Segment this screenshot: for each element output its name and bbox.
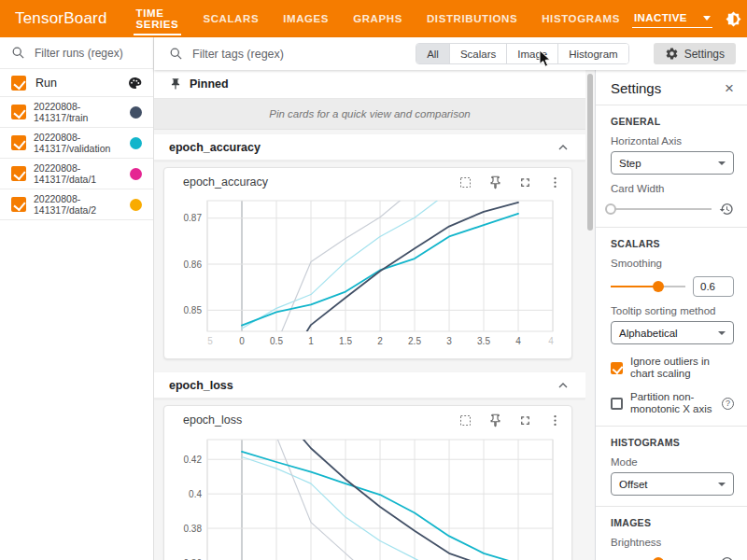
epoch-loss-chart[interactable]: 0.360.380.40.4200.511.522.533.54 <box>170 434 566 560</box>
filter-button-histogram[interactable]: Histogram <box>557 44 627 63</box>
run-row[interactable]: 20220808-141317/train <box>0 97 153 128</box>
app-header: TensorBoard TIME SERIESSCALARSIMAGESGRAP… <box>0 0 747 37</box>
card-width-slider[interactable] <box>611 203 712 216</box>
help-icon: ? <box>722 398 734 410</box>
theme-toggle-button[interactable] <box>726 10 742 27</box>
tab-images[interactable]: IMAGES <box>271 0 341 37</box>
filter-button-all[interactable]: All <box>416 44 449 63</box>
run-color-dot[interactable] <box>130 199 142 211</box>
scrollbar-thumb[interactable] <box>587 74 593 231</box>
run-filter[interactable]: Filter runs (regex) <box>0 37 153 69</box>
run-row[interactable]: 20220808-141317/validation <box>0 128 153 159</box>
pinned-label: Pinned <box>190 77 229 91</box>
section-heading: HISTOGRAMS <box>611 437 734 448</box>
smoothing-value-input[interactable]: 0.6 <box>693 276 734 297</box>
section-header-epoch-loss[interactable]: epoch_loss <box>154 372 585 399</box>
restore-icon <box>719 555 734 560</box>
tab-time-series[interactable]: TIME SERIES <box>124 0 191 37</box>
brightness-label: Brightness <box>611 537 734 548</box>
main-scrollbar[interactable] <box>585 70 595 560</box>
run-label: 20220808-141317/data/2 <box>34 193 96 216</box>
pinned-section-header: Pinned <box>154 70 585 99</box>
partition-x-axis-checkbox[interactable] <box>611 398 623 410</box>
horizontal-axis-label: Horizontal Axis <box>611 135 734 147</box>
tensorboard-app: TensorBoard TIME SERIESSCALARSIMAGESGRAP… <box>0 0 747 560</box>
histogram-mode-select[interactable]: Offset <box>611 472 734 496</box>
ignore-outliers-checkbox-row[interactable]: Ignore outliers in chart scaling <box>611 356 734 380</box>
fullscreen-icon[interactable] <box>518 413 532 427</box>
more-options-icon[interactable] <box>548 413 562 427</box>
run-color-dot[interactable] <box>130 106 142 119</box>
section-header-epoch-accuracy[interactable]: epoch_accuracy <box>154 134 585 161</box>
search-icon <box>11 46 25 60</box>
pin-icon[interactable] <box>488 175 502 189</box>
tab-distributions[interactable]: DISTRIBUTIONS <box>415 0 529 37</box>
more-options-icon[interactable] <box>548 175 562 189</box>
smoothing-slider[interactable] <box>611 280 685 293</box>
filter-button-image[interactable]: Image <box>506 44 557 63</box>
run-row[interactable]: 20220808-141317/data/2 <box>0 189 153 220</box>
filter-button-scalars[interactable]: Scalars <box>449 44 506 63</box>
pin-icon <box>169 77 182 91</box>
scalar-card-epoch-loss: epoch_loss 0.360.380.40.4200.511.522.533… <box>163 405 572 560</box>
slider-thumb[interactable] <box>653 281 664 292</box>
app-logo: TensorBoard <box>0 9 124 28</box>
brightness-slider[interactable] <box>611 556 712 560</box>
collapse-chevron-icon[interactable] <box>556 378 571 393</box>
svg-text:0.86: 0.86 <box>184 259 203 270</box>
close-icon[interactable]: × <box>725 82 734 95</box>
settings-section-scalars: SCALARS Smoothing 0.6 Tooltip sorting me… <box>596 228 747 427</box>
partition-x-axis-checkbox-row[interactable]: Partition non-monotonic X axis ? <box>611 391 734 415</box>
chevron-down-icon <box>718 483 726 486</box>
status-dropdown[interactable]: INACTIVE <box>632 9 712 28</box>
reset-card-width-button[interactable] <box>719 202 734 217</box>
nav-tabs: TIME SERIESSCALARSIMAGESGRAPHSDISTRIBUTI… <box>124 0 632 37</box>
collapse-chevron-icon[interactable] <box>556 140 571 155</box>
run-color-dot[interactable] <box>130 168 142 180</box>
run-checkbox[interactable] <box>11 105 26 119</box>
fit-to-data-icon[interactable] <box>458 175 472 189</box>
reset-brightness-button[interactable] <box>719 555 734 560</box>
tooltip-sorting-label: Tooltip sorting method <box>611 305 734 316</box>
svg-text:0.38: 0.38 <box>184 524 203 534</box>
tooltip-sorting-select[interactable]: Alphabetical <box>611 321 734 344</box>
section-heading: GENERAL <box>611 116 734 127</box>
pin-icon[interactable] <box>488 413 502 427</box>
histogram-mode-label: Mode <box>611 456 734 468</box>
run-checkbox[interactable] <box>11 197 26 212</box>
svg-text:4: 4 <box>548 336 554 346</box>
select-all-runs-checkbox[interactable] <box>11 76 26 91</box>
tab-histograms[interactable]: HISTOGRAMS <box>529 0 632 37</box>
card-title: epoch_loss <box>183 413 242 427</box>
settings-section-histograms: HISTOGRAMS Mode Offset <box>596 427 747 507</box>
section-heading: SCALARS <box>611 238 734 249</box>
tab-graphs[interactable]: GRAPHS <box>341 0 415 37</box>
ignore-outliers-checkbox[interactable] <box>611 362 623 374</box>
run-label: 20220808-141317/train <box>34 101 88 123</box>
svg-text:0.5: 0.5 <box>270 336 283 346</box>
svg-text:2.5: 2.5 <box>408 336 421 346</box>
restore-icon <box>719 202 734 217</box>
palette-icon[interactable] <box>127 76 142 91</box>
run-row[interactable]: 20220808-141317/data/1 <box>0 159 153 189</box>
tag-type-filter-group: AllScalarsImageHistogram <box>416 43 629 64</box>
run-checkbox[interactable] <box>11 166 26 181</box>
chevron-down-icon <box>718 161 726 165</box>
epoch-accuracy-chart[interactable]: 0.850.860.8700.511.522.533.5454 <box>170 196 566 351</box>
settings-button[interactable]: Settings <box>654 43 736 64</box>
run-label: 20220808-141317/validation <box>34 132 110 154</box>
run-color-dot[interactable] <box>130 137 142 149</box>
tab-scalars[interactable]: SCALARS <box>190 0 271 37</box>
svg-text:4: 4 <box>515 336 521 346</box>
svg-text:0.85: 0.85 <box>184 305 203 315</box>
svg-text:0: 0 <box>239 336 245 346</box>
slider-thumb[interactable] <box>605 203 616 215</box>
fit-to-data-icon[interactable] <box>458 413 472 427</box>
svg-text:1: 1 <box>308 336 314 346</box>
run-checkbox[interactable] <box>11 135 26 150</box>
horizontal-axis-select[interactable]: Step <box>611 151 734 175</box>
svg-text:3: 3 <box>446 336 452 346</box>
search-icon <box>169 47 183 61</box>
svg-text:2: 2 <box>377 336 383 346</box>
fullscreen-icon[interactable] <box>518 175 532 189</box>
